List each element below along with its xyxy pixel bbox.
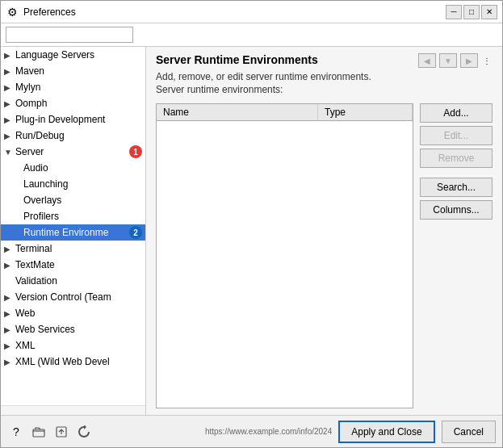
sidebar-hscroll[interactable] xyxy=(1,405,145,415)
sidebar-item-launching[interactable]: Launching xyxy=(1,176,145,192)
footer: ? xyxy=(1,415,502,447)
nav-back-button[interactable]: ◀ xyxy=(418,53,436,68)
sidebar-item-profilers[interactable]: Profilers xyxy=(1,208,145,224)
search-bar-area xyxy=(1,23,502,47)
sidebar-item-run-debug[interactable]: ▶ Run/Debug xyxy=(1,128,145,144)
sidebar-item-mylyn[interactable]: ▶ Mylyn xyxy=(1,79,145,95)
sidebar-item-label: Oomph xyxy=(15,98,142,109)
expand-icon: ▶ xyxy=(4,115,15,124)
sidebar-item-label: Web Services xyxy=(15,324,142,335)
sidebar-item-maven[interactable]: ▶ Maven xyxy=(1,63,145,79)
window-body: ▶ Language Servers ▶ Maven ▶ Mylyn xyxy=(1,23,502,447)
sidebar-item-language-servers[interactable]: ▶ Language Servers xyxy=(1,47,145,63)
sidebar-item-label: XML xyxy=(15,340,142,351)
runtime-badge: 2 xyxy=(129,226,142,239)
refresh-icon[interactable] xyxy=(75,423,93,441)
sidebar-item-label: Server xyxy=(15,146,128,157)
sidebar-item-xml[interactable]: ▶ XML xyxy=(1,337,145,354)
sidebar-item-xml-wild-web[interactable]: ▶ XML (Wild Web Devel xyxy=(1,354,145,370)
expand-icon: ▶ xyxy=(4,261,15,270)
sidebar-item-label: Runtime Environme xyxy=(23,227,128,238)
sidebar-item-label: Audio xyxy=(23,162,142,174)
content-area: Server Runtime Environments ◀ ▼ ▶ ⋮ Add,… xyxy=(146,47,502,415)
sidebar-item-label: Mylyn xyxy=(15,82,142,93)
sidebar-item-label: Web xyxy=(15,308,142,319)
content-body: Name Type Add... Edit... Remove Search..… xyxy=(146,103,502,415)
help-icon[interactable]: ? xyxy=(7,423,25,441)
search-input[interactable] xyxy=(6,27,133,43)
expand-icon: ▶ xyxy=(4,358,15,366)
sidebar-item-web[interactable]: ▶ Web xyxy=(1,305,145,321)
sidebar-item-oomph[interactable]: ▶ Oomph xyxy=(1,95,145,111)
close-button[interactable]: ✕ xyxy=(481,5,497,19)
preferences-window: ⚙ Preferences ─ □ ✕ ▶ Language Servers xyxy=(0,0,503,448)
server-badge: 1 xyxy=(129,145,142,158)
expand-icon: ▶ xyxy=(4,132,15,140)
content-title: Server Runtime Environments xyxy=(156,53,318,66)
sub-label: Server runtime environments: xyxy=(156,84,493,95)
sidebar-item-version-control[interactable]: ▶ Version Control (Team xyxy=(1,289,145,305)
minimize-button[interactable]: ─ xyxy=(446,5,462,19)
table-col-name: Name xyxy=(157,104,318,120)
nav-controls: ◀ ▼ ▶ ⋮ xyxy=(418,53,493,68)
sidebar-item-server[interactable]: ▼ Server 1 xyxy=(1,144,145,160)
remove-button[interactable]: Remove xyxy=(420,149,493,168)
maximize-button[interactable]: □ xyxy=(463,5,480,19)
export-icon[interactable] xyxy=(52,423,70,441)
sidebar-item-web-services[interactable]: ▶ Web Services xyxy=(1,321,145,337)
apply-close-button[interactable]: Apply and Close xyxy=(338,421,434,443)
expand-icon: ▶ xyxy=(4,99,15,108)
sidebar-item-label: TextMate xyxy=(15,259,142,270)
columns-button[interactable]: Columns... xyxy=(420,200,493,220)
search-button[interactable]: Search... xyxy=(420,178,493,197)
footer-right: https://www.example.com/info/2024 Apply … xyxy=(205,421,496,443)
sidebar-item-audio[interactable]: Audio xyxy=(1,160,145,176)
sidebar-item-label: Plug-in Development xyxy=(15,114,142,125)
sidebar-item-label: XML (Wild Web Devel xyxy=(15,356,142,367)
edit-button[interactable]: Edit... xyxy=(420,126,493,145)
sidebar-item-overlays[interactable]: Overlays xyxy=(1,192,145,208)
main-area: ▶ Language Servers ▶ Maven ▶ Mylyn xyxy=(1,47,502,415)
sidebar-item-plugin-development[interactable]: ▶ Plug-in Development xyxy=(1,111,145,128)
add-button[interactable]: Add... xyxy=(420,103,493,123)
footer-url: https://www.example.com/info/2024 xyxy=(205,427,332,436)
sidebar-item-label: Maven xyxy=(15,65,142,77)
nav-forward-button[interactable]: ▶ xyxy=(460,53,478,68)
nav-overflow-button[interactable]: ⋮ xyxy=(481,53,493,68)
expand-icon: ▶ xyxy=(4,83,15,92)
table-col-type: Type xyxy=(318,104,413,120)
table-header: Name Type xyxy=(157,104,413,121)
sidebar-item-label: Run/Debug xyxy=(15,130,142,141)
content-header: Server Runtime Environments ◀ ▼ ▶ ⋮ Add,… xyxy=(146,47,502,103)
sidebar-scroll[interactable]: ▶ Language Servers ▶ Maven ▶ Mylyn xyxy=(1,47,145,405)
action-buttons: Add... Edit... Remove Search... Columns.… xyxy=(420,103,493,408)
expand-icon: ▶ xyxy=(4,67,15,76)
svg-rect-0 xyxy=(33,429,44,437)
nav-dropdown-button[interactable]: ▼ xyxy=(439,53,457,68)
title-bar: ⚙ Preferences ─ □ ✕ xyxy=(1,1,502,23)
expand-icon: ▶ xyxy=(4,293,15,302)
sidebar-item-label: Launching xyxy=(23,178,142,190)
window-title: Preferences xyxy=(23,6,446,18)
expand-icon: ▶ xyxy=(4,341,15,350)
sidebar-item-label: Version Control (Team xyxy=(15,291,142,303)
cancel-button[interactable]: Cancel xyxy=(442,421,496,443)
expand-icon: ▶ xyxy=(4,51,15,60)
expand-icon: ▶ xyxy=(4,325,15,334)
sidebar-item-label: Language Servers xyxy=(15,49,142,61)
sidebar-item-label: Profilers xyxy=(23,211,142,222)
table-body[interactable] xyxy=(157,121,413,408)
server-environments-table: Name Type xyxy=(156,103,413,408)
sidebar-item-validation[interactable]: ▶ Validation xyxy=(1,273,145,289)
open-icon[interactable] xyxy=(30,423,48,441)
description-text: Add, remove, or edit server runtime envi… xyxy=(156,71,493,82)
expand-icon: ▶ xyxy=(4,309,15,318)
window-icon: ⚙ xyxy=(6,6,19,19)
footer-left: ? xyxy=(7,423,93,441)
sidebar-item-textmate[interactable]: ▶ TextMate xyxy=(1,257,145,273)
sidebar-item-runtime-environments[interactable]: Runtime Environme 2 xyxy=(1,224,145,241)
sidebar-item-label: Overlays xyxy=(23,195,142,206)
sidebar-item-label: Terminal xyxy=(15,243,142,254)
sidebar-item-terminal[interactable]: ▶ Terminal xyxy=(1,241,145,257)
expand-icon: ▶ xyxy=(4,245,15,253)
